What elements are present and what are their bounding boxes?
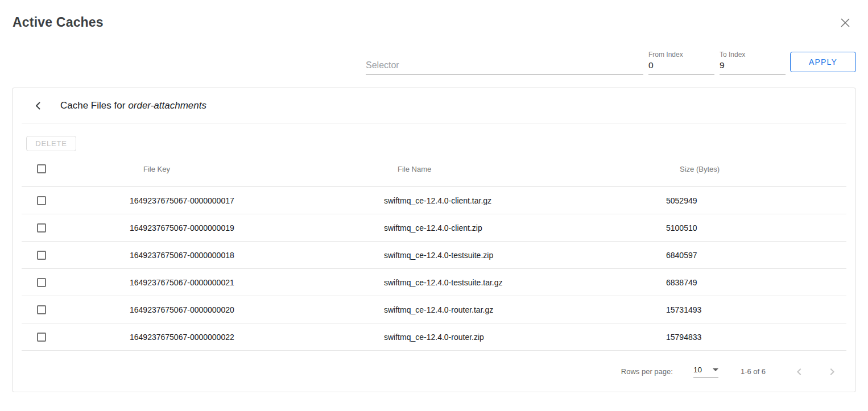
to-index-field: To Index: [720, 49, 786, 74]
chevron-left-icon: [792, 365, 806, 379]
file-key-cell: 1649237675067-0000000018: [130, 251, 384, 260]
panel-title: Cache Files fororder-attachments: [60, 100, 206, 111]
table-row: 1649237675067-0000000017 swiftmq_ce-12.4…: [22, 187, 846, 214]
file-size-cell: 6840597: [666, 251, 846, 260]
to-index-label: To Index: [720, 51, 786, 59]
row-checkbox-cell: [22, 223, 130, 233]
delete-button[interactable]: DELETE: [26, 136, 76, 151]
file-size-cell: 5052949: [666, 196, 846, 205]
row-checkbox-cell: [22, 251, 130, 260]
file-key-cell: 1649237675067-0000000020: [130, 305, 384, 314]
file-name-cell: swiftmq_ce-12.4.0-testsuite.tar.gz: [384, 278, 666, 287]
size-header: Size (Bytes): [666, 165, 846, 173]
file-name-cell: swiftmq_ce-12.4.0-client.zip: [384, 223, 666, 233]
file-size-cell: 15794833: [666, 333, 846, 342]
close-button[interactable]: [840, 17, 852, 28]
from-index-input[interactable]: [648, 60, 714, 70]
file-size-cell: 6838749: [666, 278, 846, 287]
file-name-cell: swiftmq_ce-12.4.0-client.tar.gz: [384, 196, 666, 205]
cache-files-table: File Key File Name Size (Bytes) 16492376…: [22, 151, 846, 351]
row-checkbox[interactable]: [37, 223, 46, 233]
panel-title-prefix: Cache Files for: [60, 100, 125, 111]
file-name-cell: swiftmq_ce-12.4.0-testsuite.zip: [384, 251, 666, 260]
chevron-left-icon: [34, 101, 43, 110]
selector-field: [366, 49, 643, 74]
selector-input[interactable]: [366, 60, 643, 70]
row-checkbox-cell: [22, 305, 130, 314]
file-name-cell: swiftmq_ce-12.4.0-router.tar.gz: [384, 305, 666, 314]
file-size-cell: 5100510: [666, 223, 846, 233]
file-key-cell: 1649237675067-0000000022: [130, 333, 384, 342]
filter-bar: From Index To Index APPLY: [366, 49, 856, 74]
table-pagination: Rows per page: 10 1-6 of 6: [13, 351, 855, 392]
row-checkbox-cell: [22, 278, 130, 287]
row-checkbox-cell: [22, 333, 130, 342]
rows-per-page-select[interactable]: 10: [693, 366, 718, 378]
page-title: Active Caches: [13, 15, 104, 30]
rows-per-page-value: 10: [693, 366, 702, 374]
file-key-header: File Key: [130, 165, 384, 173]
row-checkbox[interactable]: [37, 305, 46, 314]
caret-down-icon: [713, 368, 718, 371]
chevron-right-icon: [825, 365, 839, 379]
previous-page-button[interactable]: [792, 365, 806, 379]
file-name-cell: swiftmq_ce-12.4.0-router.zip: [384, 333, 666, 342]
to-index-input[interactable]: [720, 60, 786, 70]
table-header-row: File Key File Name Size (Bytes): [22, 151, 846, 187]
table-row: 1649237675067-0000000021 swiftmq_ce-12.4…: [22, 269, 846, 296]
cache-name: order-attachments: [128, 100, 206, 111]
from-index-label: From Index: [648, 51, 714, 59]
select-all-checkbox[interactable]: [37, 164, 46, 173]
file-name-header: File Name: [384, 165, 666, 173]
row-checkbox[interactable]: [37, 333, 46, 342]
back-button[interactable]: [31, 99, 45, 113]
table-row: 1649237675067-0000000018 swiftmq_ce-12.4…: [22, 242, 846, 269]
row-checkbox[interactable]: [37, 196, 46, 205]
close-icon: [840, 18, 852, 28]
row-checkbox[interactable]: [37, 278, 46, 287]
file-key-cell: 1649237675067-0000000021: [130, 278, 384, 287]
file-size-cell: 15731493: [666, 305, 846, 314]
select-all-cell: [22, 164, 130, 173]
rows-per-page-label: Rows per page:: [621, 367, 673, 376]
file-key-cell: 1649237675067-0000000017: [130, 196, 384, 205]
panel-header: Cache Files fororder-attachments: [13, 88, 855, 123]
table-row: 1649237675067-0000000020 swiftmq_ce-12.4…: [22, 296, 846, 323]
pagination-range: 1-6 of 6: [741, 367, 766, 376]
next-page-button[interactable]: [825, 365, 839, 379]
table-row: 1649237675067-0000000022 swiftmq_ce-12.4…: [22, 323, 846, 351]
row-checkbox[interactable]: [37, 251, 46, 260]
table-row: 1649237675067-0000000019 swiftmq_ce-12.4…: [22, 214, 846, 242]
apply-button[interactable]: APPLY: [790, 52, 856, 72]
cache-files-panel: Cache Files fororder-attachments DELETE …: [12, 88, 856, 392]
file-key-cell: 1649237675067-0000000019: [130, 223, 384, 233]
row-checkbox-cell: [22, 196, 130, 205]
from-index-field: From Index: [648, 49, 714, 74]
toolbar: DELETE: [13, 123, 855, 151]
